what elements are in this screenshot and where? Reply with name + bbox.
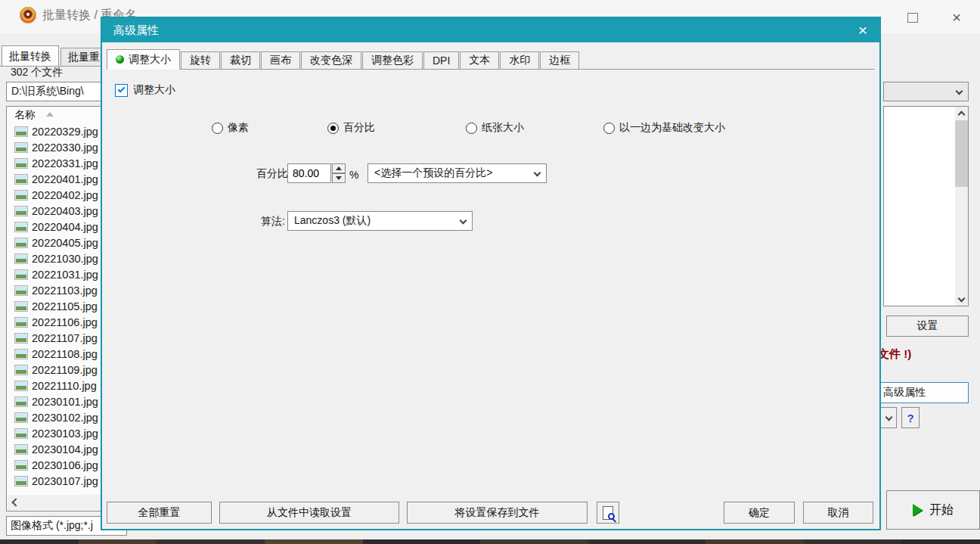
file-name: 20220330.jpg [32, 141, 98, 154]
resize-mode-radio[interactable]: 纸张大小 [466, 121, 524, 135]
chevron-left-icon [11, 498, 20, 506]
output-list[interactable] [883, 106, 969, 306]
vertical-scrollbar[interactable] [955, 107, 968, 306]
maximize-button[interactable] [900, 9, 926, 26]
spin-up-button[interactable] [332, 163, 346, 173]
resize-mode-radio[interactable]: 百分比 [327, 121, 375, 135]
chevron-down-icon [534, 169, 541, 176]
play-icon [913, 504, 923, 516]
percent-label: 百分比: [256, 167, 291, 181]
file-name: 20221107.jpg [32, 332, 98, 344]
file-name: 20230104.jpg [32, 443, 98, 455]
image-thumbnail-icon [14, 206, 28, 216]
image-thumbnail-icon [14, 349, 28, 359]
chevron-down-icon [460, 216, 467, 224]
image-thumbnail-icon [14, 317, 28, 328]
image-thumbnail-icon [14, 238, 28, 248]
resize-mode-radio[interactable]: 像素 [212, 121, 249, 135]
help-button[interactable]: ? [901, 407, 920, 428]
close-icon: × [952, 10, 961, 25]
spin-down-button[interactable] [332, 173, 346, 183]
load-settings-button[interactable]: 从文件中读取设置 [219, 502, 399, 524]
radio-icon [466, 123, 477, 134]
dialog-tab[interactable]: 改变色深 [301, 51, 361, 69]
image-thumbnail-icon [14, 428, 28, 439]
file-name: 20221109.jpg [32, 364, 98, 376]
enabled-dot-icon [116, 55, 124, 64]
percent-input[interactable] [287, 163, 331, 183]
file-name: 20220331.jpg [32, 157, 98, 169]
reset-all-button[interactable]: 全部重置 [107, 502, 212, 524]
image-thumbnail-icon [14, 333, 28, 343]
ok-button[interactable]: 确定 [724, 502, 795, 524]
dialog-tab[interactable]: 调整大小 [107, 49, 180, 70]
resize-checkbox[interactable] [115, 84, 128, 97]
resize-mode-radio[interactable]: 以一边为基础改变大小 [603, 121, 725, 135]
dialog-tab[interactable]: 裁切 [221, 51, 260, 69]
resize-enable-row[interactable]: 调整大小 [115, 83, 175, 97]
algorithm-label: 算法: [261, 215, 285, 228]
preview-button[interactable] [597, 502, 619, 524]
output-option-dropdown[interactable] [883, 82, 969, 101]
scrollbar-thumb[interactable] [955, 120, 968, 187]
image-thumbnail-icon [14, 269, 28, 280]
file-name: 20221108.jpg [32, 348, 98, 360]
algorithm-dropdown[interactable]: Lanczos3 (默认) [287, 211, 473, 231]
file-name: 20230102.jpg [32, 412, 98, 424]
dialog-tab[interactable]: 文本 [460, 51, 499, 69]
app-icon [20, 7, 36, 23]
image-thumbnail-icon [14, 301, 28, 312]
file-name: 20221030.jpg [32, 253, 98, 265]
file-name: 20220401.jpg [32, 173, 98, 185]
settings-button[interactable]: 设置 [886, 316, 969, 337]
file-name: 20221110.jpg [32, 380, 97, 392]
image-thumbnail-icon [14, 396, 28, 407]
resize-mode-group: 像素 百分比 纸张大小 以一边为基础改变大小 [102, 121, 879, 138]
percent-unit: % [349, 169, 358, 181]
dialog-close-button[interactable]: × [851, 18, 875, 42]
image-thumbnail-icon [14, 460, 28, 471]
preview-magnifier-icon [603, 506, 613, 520]
main-tab[interactable]: 批量转换 [2, 45, 59, 67]
file-name: 20230103.jpg [32, 427, 98, 440]
check-icon [118, 85, 126, 93]
scroll-down-button[interactable] [955, 293, 968, 306]
image-thumbnail-icon [14, 412, 28, 423]
sort-ascending-icon [46, 112, 54, 117]
image-thumbnail-icon [14, 253, 28, 264]
dialog-titlebar[interactable]: 高级属性 [102, 18, 879, 42]
file-name: 20230106.jpg [32, 459, 98, 471]
image-thumbnail-icon [14, 158, 28, 169]
dialog-tab-strip: 调整大小 旋转 裁切 画布 改变色深 调 [107, 49, 875, 70]
dialog-tab[interactable]: DPI [423, 51, 459, 69]
close-button[interactable]: × [944, 9, 969, 26]
dialog-tab[interactable]: 调整色彩 [362, 51, 423, 69]
image-thumbnail-icon [14, 476, 28, 486]
image-thumbnail-icon [14, 190, 28, 201]
image-thumbnail-icon [14, 222, 28, 232]
cancel-button[interactable]: 取消 [803, 502, 873, 524]
image-thumbnail-icon [14, 142, 28, 153]
chevron-down-icon [956, 87, 963, 95]
dialog-tab[interactable]: 画布 [261, 51, 300, 69]
scroll-up-button[interactable] [955, 107, 968, 120]
percent-preset-dropdown[interactable]: <选择一个预设的百分比> [368, 163, 547, 183]
scroll-left-button[interactable] [8, 495, 22, 510]
image-thumbnail-icon [14, 126, 28, 137]
file-name: 20220403.jpg [32, 205, 98, 217]
file-name: 20220329.jpg [32, 126, 98, 138]
dialog-tab[interactable]: 边框 [540, 51, 579, 69]
dialog-tab[interactable]: 旋转 [181, 51, 220, 69]
file-name: 20230101.jpg [32, 396, 98, 408]
advanced-properties-button[interactable]: 高级属性 [870, 382, 969, 403]
image-thumbnail-icon [14, 381, 28, 391]
image-thumbnail-icon [14, 285, 28, 296]
file-name: 20221105.jpg [32, 300, 98, 312]
radio-icon [603, 123, 615, 134]
file-name: 20230107.jpg [32, 475, 98, 487]
image-thumbnail-icon [14, 174, 28, 185]
triangle-down-icon [336, 176, 342, 180]
dialog-tab[interactable]: 水印 [500, 51, 539, 69]
start-button[interactable]: 开始 [886, 490, 980, 530]
save-settings-button[interactable]: 将设置保存到文件 [407, 502, 588, 524]
